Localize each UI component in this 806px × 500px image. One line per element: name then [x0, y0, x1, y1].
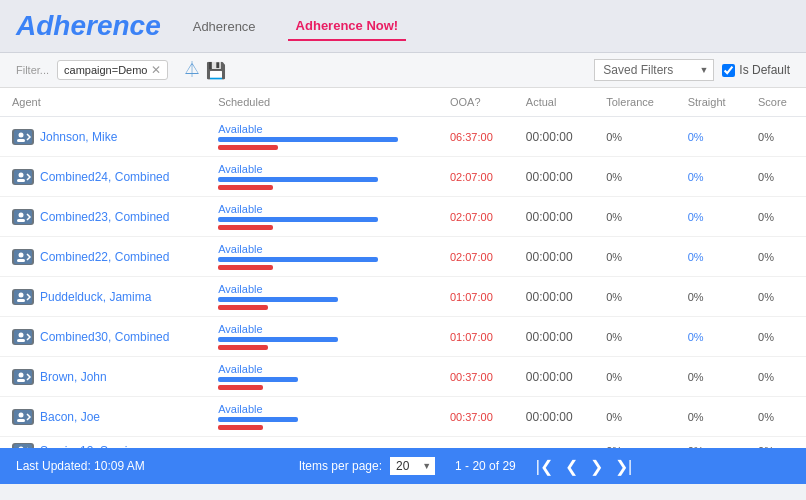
straight-value: 0% — [688, 171, 704, 183]
score-value: 0% — [758, 131, 774, 143]
straight-cell: 0% — [676, 157, 746, 197]
scheduled-red-bar — [218, 185, 273, 190]
agent-icon — [12, 369, 34, 385]
score-cell: 0% — [746, 237, 806, 277]
items-per-page-label: Items per page: — [299, 459, 382, 473]
ooa-time: 02:07:00 — [450, 251, 493, 263]
scheduled-text: Available — [218, 203, 426, 215]
tab-adherence[interactable]: Adherence — [185, 13, 264, 40]
straight-value: 0% — [688, 251, 704, 263]
scheduled-red-bar — [218, 265, 273, 270]
straight-cell: 0% — [676, 197, 746, 237]
scheduled-cell: Available — [206, 317, 438, 357]
agent-name[interactable]: Service13, Service — [40, 444, 140, 448]
col-tolerance: Tolerance — [594, 88, 675, 117]
saved-filters-select[interactable]: Saved Filters — [594, 59, 714, 81]
saved-filters-section: Saved Filters Is Default — [594, 59, 790, 81]
actual-cell: 00:00:00 — [514, 317, 594, 357]
tolerance-cell: 0% — [594, 117, 675, 157]
svg-point-7 — [19, 212, 24, 217]
next-page-button[interactable]: ❯ — [586, 455, 607, 478]
straight-value: 0% — [688, 211, 704, 223]
is-default-checkbox[interactable] — [722, 64, 735, 77]
svg-point-13 — [19, 292, 24, 297]
filter-funnel-icon[interactable]: ⏃ — [184, 61, 200, 80]
actual-time: 00:00:00 — [526, 370, 573, 384]
tolerance-cell: 0% — [594, 237, 675, 277]
agent-name[interactable]: Combined23, Combined — [40, 210, 169, 224]
scheduled-blue-bar — [218, 297, 338, 302]
agent-name[interactable]: Puddelduck, Jamima — [40, 290, 151, 304]
filter-save-icon[interactable]: 💾 — [206, 61, 226, 80]
scheduled-blue-bar — [218, 417, 298, 422]
agent-name[interactable]: Johnson, Mike — [40, 130, 117, 144]
tolerance-value: 0% — [606, 251, 622, 263]
items-per-page-select[interactable]: 20 50 100 — [390, 457, 435, 475]
straight-value: 0% — [688, 291, 704, 303]
agent-icon — [12, 289, 34, 305]
score-cell: 0% — [746, 397, 806, 437]
scheduled-cell: Available — [206, 237, 438, 277]
first-page-button[interactable]: |❮ — [532, 455, 557, 478]
table-row: Combined23, Combined Available 02:07:000… — [0, 197, 806, 237]
score-cell: 0% — [746, 317, 806, 357]
svg-rect-8 — [17, 219, 25, 222]
agent-cell: Combined22, Combined — [0, 237, 206, 277]
actual-cell: 00:00:00 — [514, 197, 594, 237]
agent-cell: Service13, Service — [0, 437, 206, 449]
actual-cell — [514, 437, 594, 449]
scheduled-cell: Available — [206, 157, 438, 197]
agent-name[interactable]: Combined30, Combined — [40, 330, 169, 344]
ooa-cell: 02:07:00 — [438, 197, 514, 237]
straight-value: 0% — [688, 411, 704, 423]
ooa-time: 02:07:00 — [450, 171, 493, 183]
filter-tag-remove[interactable]: ✕ — [151, 63, 161, 77]
straight-cell: 0% — [676, 317, 746, 357]
agent-name[interactable]: Bacon, Joe — [40, 410, 100, 424]
svg-rect-2 — [17, 139, 25, 142]
ooa-time: 01:07:00 — [450, 331, 493, 343]
agent-name[interactable]: Combined22, Combined — [40, 250, 169, 264]
scheduled-text: Available — [218, 363, 426, 375]
scheduled-text: Available — [218, 283, 426, 295]
ooa-cell: 01:07:00 — [438, 317, 514, 357]
table-container: Agent Scheduled OOA? Actual Tolerance St… — [0, 88, 806, 448]
saved-filters-dropdown-wrapper: Saved Filters — [594, 59, 714, 81]
table-row: Brown, John Available 00:37:0000:00:000%… — [0, 357, 806, 397]
agent-cell: Bacon, Joe — [0, 397, 206, 437]
ooa-cell: 02:07:00 — [438, 157, 514, 197]
last-page-button[interactable]: ❯| — [611, 455, 636, 478]
agent-cell: Johnson, Mike — [0, 117, 206, 157]
scheduled-blue-bar — [218, 377, 298, 382]
agent-name[interactable]: Brown, John — [40, 370, 107, 384]
tolerance-value: 0% — [606, 291, 622, 303]
tolerance-cell: 0% — [594, 357, 675, 397]
svg-rect-23 — [17, 419, 25, 422]
actual-time: 00:00:00 — [526, 330, 573, 344]
scheduled-cell — [206, 437, 438, 449]
scheduled-text: Available — [218, 403, 426, 415]
scheduled-blue-bar — [218, 217, 378, 222]
scheduled-blue-bar — [218, 177, 378, 182]
prev-page-button[interactable]: ❮ — [561, 455, 582, 478]
scheduled-cell: Available — [206, 197, 438, 237]
scheduled-red-bar — [218, 145, 278, 150]
score-value: 0% — [758, 251, 774, 263]
ooa-time: 06:37:00 — [450, 131, 493, 143]
table-row: Bacon, Joe Available 00:37:0000:00:000%0… — [0, 397, 806, 437]
is-default-section: Is Default — [722, 63, 790, 77]
actual-time: 00:00:00 — [526, 170, 573, 184]
ooa-cell: 00:37:00 — [438, 397, 514, 437]
tab-adherence-now[interactable]: Adherence Now! — [288, 12, 407, 41]
filter-label: Filter... — [16, 64, 49, 76]
page-range: 1 - 20 of 29 — [455, 459, 516, 473]
table-row: Puddelduck, Jamima Available 01:07:0000:… — [0, 277, 806, 317]
svg-point-1 — [19, 132, 24, 137]
straight-cell: 0% — [676, 397, 746, 437]
tolerance-value: 0% — [606, 131, 622, 143]
table-row: Johnson, Mike Available 06:37:0000:00:00… — [0, 117, 806, 157]
agent-name[interactable]: Combined24, Combined — [40, 170, 169, 184]
ooa-cell: 00:37:00 — [438, 357, 514, 397]
table-body: Johnson, Mike Available 06:37:0000:00:00… — [0, 117, 806, 449]
ooa-time: 00:37:00 — [450, 411, 493, 423]
